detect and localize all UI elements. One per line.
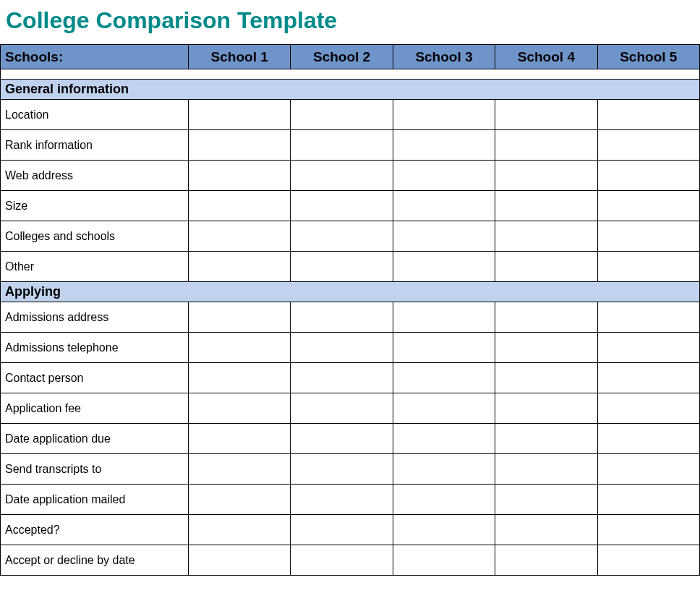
data-cell[interactable]: [495, 485, 597, 515]
data-cell[interactable]: [393, 485, 495, 515]
data-cell[interactable]: [291, 100, 393, 130]
data-cell[interactable]: [495, 191, 597, 221]
data-cell[interactable]: [597, 221, 699, 252]
data-cell[interactable]: [597, 485, 699, 515]
data-cell[interactable]: [495, 252, 597, 282]
data-cell[interactable]: [597, 302, 699, 333]
data-cell[interactable]: [291, 130, 393, 161]
table-row: Contact person: [1, 363, 700, 393]
data-cell[interactable]: [291, 363, 393, 393]
data-cell[interactable]: [495, 100, 597, 130]
data-cell[interactable]: [495, 130, 597, 161]
page-title: College Comparison Template: [0, 0, 700, 44]
data-cell[interactable]: [291, 515, 393, 545]
data-cell[interactable]: [189, 130, 291, 161]
data-cell[interactable]: [189, 454, 291, 485]
data-cell[interactable]: [189, 363, 291, 393]
data-cell[interactable]: [393, 393, 495, 424]
table-row: Location: [1, 100, 700, 130]
data-cell[interactable]: [189, 393, 291, 424]
data-cell[interactable]: [597, 191, 699, 221]
data-cell[interactable]: [393, 333, 495, 363]
data-cell[interactable]: [291, 424, 393, 454]
data-cell[interactable]: [597, 130, 699, 161]
row-label: Web address: [1, 161, 189, 191]
data-cell[interactable]: [189, 333, 291, 363]
row-label: Send transcripts to: [1, 454, 189, 485]
data-cell[interactable]: [291, 454, 393, 485]
table-row: Accept or decline by date: [1, 545, 700, 576]
data-cell[interactable]: [495, 515, 597, 545]
row-label: Date application mailed: [1, 485, 189, 515]
data-cell[interactable]: [189, 424, 291, 454]
data-cell[interactable]: [393, 363, 495, 393]
row-label: Date application due: [1, 424, 189, 454]
data-cell[interactable]: [189, 100, 291, 130]
data-cell[interactable]: [393, 100, 495, 130]
data-cell[interactable]: [189, 485, 291, 515]
data-cell[interactable]: [495, 424, 597, 454]
data-cell[interactable]: [393, 454, 495, 485]
table-row: Web address: [1, 161, 700, 191]
data-cell[interactable]: [393, 302, 495, 333]
data-cell[interactable]: [291, 333, 393, 363]
data-cell[interactable]: [189, 221, 291, 252]
data-cell[interactable]: [495, 161, 597, 191]
data-cell[interactable]: [495, 363, 597, 393]
table-row: Admissions telephone: [1, 333, 700, 363]
data-cell[interactable]: [597, 252, 699, 282]
data-cell[interactable]: [597, 363, 699, 393]
data-cell[interactable]: [495, 302, 597, 333]
row-label: Other: [1, 252, 189, 282]
data-cell[interactable]: [495, 333, 597, 363]
data-cell[interactable]: [597, 545, 699, 576]
data-cell[interactable]: [393, 130, 495, 161]
data-cell[interactable]: [393, 161, 495, 191]
table-row: Date application mailed: [1, 485, 700, 515]
data-cell[interactable]: [495, 221, 597, 252]
column-header: School 5: [597, 45, 699, 69]
data-cell[interactable]: [597, 454, 699, 485]
data-cell[interactable]: [393, 515, 495, 545]
data-cell[interactable]: [495, 545, 597, 576]
data-cell[interactable]: [597, 515, 699, 545]
data-cell[interactable]: [393, 221, 495, 252]
table-row: Other: [1, 252, 700, 282]
section-title: General information: [1, 80, 700, 100]
data-cell[interactable]: [291, 393, 393, 424]
data-cell[interactable]: [597, 393, 699, 424]
data-cell[interactable]: [597, 161, 699, 191]
table-row: Admissions address: [1, 302, 700, 333]
data-cell[interactable]: [393, 191, 495, 221]
data-cell[interactable]: [495, 454, 597, 485]
header-row: Schools: School 1 School 2 School 3 Scho…: [1, 45, 700, 69]
data-cell[interactable]: [189, 161, 291, 191]
row-label: Colleges and schools: [1, 221, 189, 252]
table-row: Colleges and schools: [1, 221, 700, 252]
data-cell[interactable]: [189, 191, 291, 221]
row-label: Admissions telephone: [1, 333, 189, 363]
column-header: School 2: [291, 45, 393, 69]
data-cell[interactable]: [189, 515, 291, 545]
row-label: Location: [1, 100, 189, 130]
data-cell[interactable]: [393, 252, 495, 282]
data-cell[interactable]: [495, 393, 597, 424]
data-cell[interactable]: [291, 221, 393, 252]
data-cell[interactable]: [597, 100, 699, 130]
data-cell[interactable]: [291, 545, 393, 576]
data-cell[interactable]: [597, 333, 699, 363]
data-cell[interactable]: [291, 191, 393, 221]
data-cell[interactable]: [189, 302, 291, 333]
data-cell[interactable]: [291, 252, 393, 282]
data-cell[interactable]: [189, 252, 291, 282]
data-cell[interactable]: [189, 545, 291, 576]
column-header: School 1: [189, 45, 291, 69]
data-cell[interactable]: [291, 302, 393, 333]
data-cell[interactable]: [597, 424, 699, 454]
schools-label-cell: Schools:: [1, 45, 189, 69]
data-cell[interactable]: [393, 424, 495, 454]
column-header: School 3: [393, 45, 495, 69]
data-cell[interactable]: [393, 545, 495, 576]
data-cell[interactable]: [291, 485, 393, 515]
data-cell[interactable]: [291, 161, 393, 191]
